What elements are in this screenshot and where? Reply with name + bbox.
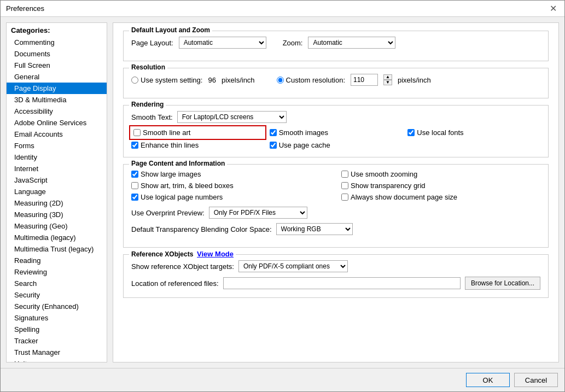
sidebar-item-general[interactable]: General (7, 71, 107, 83)
spinner-down[interactable]: ▼ (383, 80, 392, 85)
close-button[interactable]: ✕ (547, 4, 559, 13)
overprint-label: Use Overprint Preview: (131, 209, 205, 217)
sidebar-item-reading[interactable]: Reading (7, 255, 107, 266)
transparency-select[interactable]: Working RGB Document CMYK sRGB (276, 223, 353, 235)
cancel-button[interactable]: Cancel (514, 373, 558, 387)
sidebar-item-full-screen[interactable]: Full Screen (7, 60, 107, 71)
show-reference-label: Show reference XObject targets: (131, 262, 234, 271)
sidebar-item-3d-multimedia[interactable]: 3D & Multimedia (7, 94, 107, 106)
sidebar-item-reviewing[interactable]: Reviewing (7, 266, 107, 278)
custom-resolution-label[interactable]: Custom resolution: (277, 76, 345, 84)
sidebar-item-email-accounts[interactable]: Email Accounts (7, 128, 107, 140)
page-content-section: Page Content and Information Show large … (123, 164, 549, 248)
custom-resolution-text: Custom resolution: (286, 76, 345, 84)
show-transparency-grid-checkbox[interactable] (341, 182, 348, 189)
show-art-trim-checkbox[interactable] (131, 182, 138, 189)
sidebar-item-security[interactable]: Security (7, 289, 107, 301)
smooth-text-row: Smooth Text: For Laptop/LCD screens None… (131, 111, 540, 123)
sidebar-item-documents[interactable]: Documents (7, 48, 107, 60)
sidebar-item-language[interactable]: Language (7, 186, 107, 197)
use-local-fonts-text: Use local fonts (417, 128, 463, 137)
smooth-line-art-text: Smooth line art (143, 128, 190, 137)
custom-resolution-radio[interactable] (277, 77, 284, 84)
sidebar-item-multimedia-legacy[interactable]: Multimedia (legacy) (7, 232, 107, 243)
custom-resolution-input[interactable] (351, 74, 378, 86)
sidebar-item-security-enhanced[interactable]: Security (Enhanced) (7, 301, 107, 312)
show-reference-row: Show reference XObject targets: Only PDF… (131, 260, 540, 272)
dialog-footer: OK Cancel (1, 368, 564, 391)
show-large-images-label[interactable]: Show large images (131, 170, 330, 178)
use-logical-page-label[interactable]: Use logical page numbers (131, 193, 330, 201)
sidebar-item-tracker[interactable]: Tracker (7, 335, 107, 347)
location-label: Location of referenced files: (131, 279, 219, 288)
use-logical-page-text: Use logical page numbers (141, 193, 223, 201)
sidebar-item-measuring-geo[interactable]: Measuring (Geo) (7, 220, 107, 232)
resolution-section: Resolution Use system setting: 96 pixels… (123, 68, 549, 98)
categories-label: Categories: (7, 23, 107, 37)
location-input[interactable] (223, 277, 461, 289)
show-reference-select[interactable]: Only PDF/X-5 compliant ones All None (238, 260, 348, 272)
preferences-dialog: Preferences ✕ Categories: Commenting Doc… (0, 0, 565, 392)
transparency-label: Default Transparency Blending Color Spac… (131, 225, 272, 233)
sidebar-item-signatures[interactable]: Signatures (7, 312, 107, 324)
spinner-up[interactable]: ▲ (383, 74, 392, 80)
sidebar-item-commenting[interactable]: Commenting (7, 37, 107, 48)
smooth-line-art-label[interactable]: Smooth line art (131, 127, 264, 138)
page-layout-select[interactable]: Automatic Single Page Single Page Contin… (179, 37, 266, 49)
resolution-label: Resolution (129, 63, 167, 71)
sidebar-item-page-display[interactable]: Page Display (7, 83, 107, 94)
view-mode-link[interactable]: View Mode (197, 250, 234, 258)
smooth-text-select[interactable]: For Laptop/LCD screens None For Black an… (177, 111, 287, 123)
sidebar-item-search[interactable]: Search (7, 278, 107, 289)
sidebar-item-units[interactable]: Units (7, 358, 107, 362)
use-page-cache-text: Use page cache (279, 141, 330, 149)
use-smooth-zooming-label[interactable]: Use smooth zooming (341, 170, 540, 178)
use-system-text: Use system setting: (141, 76, 202, 84)
use-local-fonts-checkbox[interactable] (407, 129, 415, 136)
sidebar-item-javascript[interactable]: JavaScript (7, 174, 107, 186)
smooth-images-label[interactable]: Smooth images (270, 127, 403, 138)
layout-row: Page Layout: Automatic Single Page Singl… (131, 37, 540, 49)
use-page-cache-label[interactable]: Use page cache (270, 141, 403, 149)
use-smooth-zooming-checkbox[interactable] (341, 171, 348, 178)
overprint-select[interactable]: Only For PDF/X Files Never Always (209, 207, 307, 219)
sidebar-item-internet[interactable]: Internet (7, 163, 107, 174)
rendering-checkboxes: Smooth line art Smooth images Use local … (131, 127, 540, 149)
title-bar: Preferences ✕ (1, 1, 564, 17)
show-art-trim-label[interactable]: Show art, trim, & bleed boxes (131, 182, 330, 190)
enhance-thin-lines-checkbox[interactable] (131, 142, 138, 149)
sidebar-item-measuring-3d[interactable]: Measuring (3D) (7, 209, 107, 220)
sidebar-item-adobe-online[interactable]: Adobe Online Services (7, 117, 107, 128)
use-logical-page-checkbox[interactable] (131, 194, 138, 201)
sidebar-item-accessibility[interactable]: Accessibility (7, 106, 107, 117)
sidebar-item-trust-manager[interactable]: Trust Manager (7, 347, 107, 358)
smooth-images-checkbox[interactable] (270, 129, 277, 136)
sidebar-item-forms[interactable]: Forms (7, 140, 107, 151)
dialog-title: Preferences (6, 4, 44, 13)
enhance-thin-lines-label[interactable]: Enhance thin lines (131, 141, 264, 149)
pixels-inch-1: pixels/inch (222, 76, 255, 84)
show-transparency-grid-label[interactable]: Show transparency grid (341, 182, 540, 190)
page-layout-label: Page Layout: (131, 39, 173, 47)
show-large-images-checkbox[interactable] (131, 171, 138, 178)
page-content-label: Page Content and Information (129, 160, 227, 167)
sidebar-item-multimedia-trust[interactable]: Multimedia Trust (legacy) (7, 243, 107, 255)
always-show-doc-checkbox[interactable] (341, 194, 348, 201)
sidebar-item-spelling[interactable]: Spelling (7, 324, 107, 335)
always-show-doc-label[interactable]: Always show document page size (341, 193, 540, 201)
use-local-fonts-label[interactable]: Use local fonts (407, 127, 540, 138)
zoom-select[interactable]: Automatic Fit Page Fit Width Fit Height … (308, 37, 395, 49)
system-pixels-value: 96 (208, 76, 215, 84)
default-layout-zoom-section: Default Layout and Zoom Page Layout: Aut… (123, 31, 549, 61)
sidebar-item-measuring-2d[interactable]: Measuring (2D) (7, 197, 107, 209)
use-system-setting-label[interactable]: Use system setting: (131, 76, 202, 84)
sidebar-item-identity[interactable]: Identity (7, 151, 107, 163)
use-system-radio[interactable] (131, 77, 138, 84)
show-large-images-text: Show large images (141, 170, 201, 178)
browse-button[interactable]: Browse for Location... (465, 277, 540, 290)
content-area: Default Layout and Zoom Page Layout: Aut… (113, 22, 559, 362)
use-page-cache-checkbox[interactable] (270, 142, 277, 149)
ok-button[interactable]: OK (466, 373, 510, 387)
resolution-spinner: ▲ ▼ (383, 74, 392, 85)
smooth-line-art-checkbox[interactable] (133, 129, 141, 136)
